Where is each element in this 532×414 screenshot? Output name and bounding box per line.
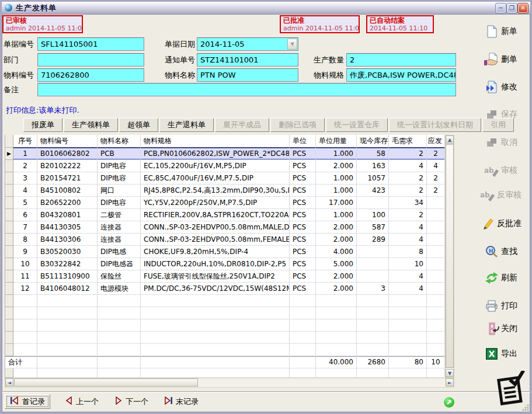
- cell-spec: RECTIFIER,200V,8A,STPR1620CT,TO220AB: [141, 209, 290, 221]
- nav-button-label: 上一个: [76, 396, 99, 407]
- scroll-down-icon[interactable]: ▼: [446, 369, 454, 377]
- empty-cell: [141, 356, 290, 368]
- row-selector: [5, 258, 13, 270]
- modify-doc-button[interactable]: 修改: [471, 78, 530, 96]
- material-no-field[interactable]: 7106262800: [37, 68, 144, 82]
- scroll-right-icon[interactable]: ►: [446, 378, 454, 387]
- delete-doc-button[interactable]: 删单: [471, 50, 530, 69]
- prev-record-icon: [65, 396, 73, 406]
- refresh-icon: [484, 271, 499, 285]
- tab-button[interactable]: 生产退料单: [159, 118, 214, 132]
- cell-stock: [357, 270, 389, 283]
- empty-cell: [389, 344, 427, 356]
- table-row[interactable]: 4B45100802网口RJ45,8P8C,P2.54,高13.2mm,DIP9…: [5, 185, 445, 197]
- cell-name: DIP电容: [98, 160, 141, 172]
- cell-code: B0106062802: [37, 148, 98, 160]
- empty-cell: [357, 319, 389, 332]
- export-excel-icon: [484, 347, 499, 361]
- export-excel-button[interactable]: 导出: [471, 345, 530, 363]
- tab-button[interactable]: 生产领料单: [64, 118, 118, 132]
- table-row[interactable]: ▶1B0106062802PCBPCB,PN0106062802,ISW_POW…: [5, 148, 445, 160]
- table-row[interactable]: 6B04320801二极管RECTIFIER,200V,8A,STPR1620C…: [5, 209, 445, 221]
- vertical-scrollbar[interactable]: ▲ ▼: [445, 135, 454, 378]
- close-door-button[interactable]: 关闭: [471, 319, 530, 338]
- cell-unit: PCS: [290, 209, 316, 221]
- toolbar-button-label: 刷新: [501, 273, 517, 283]
- cell-unit: PCS: [290, 234, 316, 246]
- cell-gross: 4: [389, 221, 427, 234]
- vertical-scroll-thumb[interactable]: [446, 144, 454, 368]
- cell-name: DIP电容: [98, 197, 141, 209]
- tab-button[interactable]: 报废单: [23, 118, 62, 132]
- cell-spec: INDUCTOR,220uH,10%,DR0810,DIP-2,P5: [141, 258, 290, 270]
- close-button[interactable]: ✕: [518, 4, 528, 13]
- doc-date-field[interactable]: 2014-11-05 ▼: [197, 37, 298, 51]
- table-row[interactable]: 7B44130305连接器CONN.,SP-03-2EHDVP00,5.08mm…: [5, 221, 445, 234]
- next-record-button[interactable]: 下一个: [110, 394, 153, 409]
- table-row[interactable]: 9B30520030DIP电感CHOKE,UF9.8,20mH,5%,DIP-4…: [5, 246, 445, 258]
- cell-issue: [427, 246, 445, 258]
- empty-cell: [98, 307, 141, 319]
- resize-grip[interactable]: [522, 404, 529, 411]
- maximize-button[interactable]: ❐: [507, 4, 517, 13]
- table-row[interactable]: 8B44130306连接器CONN.,SP-03-2EHDVP00,5.08mm…: [5, 234, 445, 246]
- table-row[interactable]: 11B5111310900保险丝FUSE,玻璃管引线型保险丝,250V1A,DI…: [5, 270, 445, 283]
- cell-spec: RJ45,8P8C,P2.54,高13.2mm,DIP90,30u,S,D: [141, 185, 290, 197]
- toolbar-button-label: 反批准: [497, 218, 521, 229]
- empty-cell: [98, 319, 141, 332]
- remark-field[interactable]: [37, 83, 456, 96]
- cell-spec: CONN.,SP-03-2EHDVP00,5.08mm,MALE,DIP90': [141, 221, 290, 234]
- last-record-icon: [164, 396, 173, 406]
- department-field[interactable]: [37, 53, 144, 67]
- table-row[interactable]: 5B20652200DIP电容YC,Y5V,2200pF/250V,M,P7.5…: [5, 197, 445, 209]
- table-row[interactable]: 2B20102222DIP电容EC,105,2200uF/16V,M,P5,DI…: [5, 160, 445, 172]
- cell-usage: 2.000: [316, 234, 357, 246]
- cell-gross: 4: [389, 160, 427, 172]
- cell-gross: 4: [389, 270, 427, 283]
- row-selector: [5, 283, 13, 295]
- cell-gross: 4: [389, 234, 427, 246]
- unapprove-pencil-button[interactable]: 反批准: [471, 214, 530, 233]
- empty-cell: [37, 356, 98, 368]
- cell-seq: 12: [13, 283, 37, 295]
- cell-usage: 17.000: [316, 197, 357, 209]
- scroll-up-icon[interactable]: ▲: [446, 135, 454, 144]
- table-row[interactable]: 12B4106048012电源模块PM.DC/DC,36-75VDC/12VDC…: [5, 283, 445, 295]
- first-record-button[interactable]: 首记录: [5, 394, 50, 409]
- material-spec-field[interactable]: 作废,PCBA,ISW POWER,DC48\: [346, 68, 456, 82]
- notice-no-field[interactable]: STZ141101001: [197, 53, 298, 67]
- cell-spec: EC,105,2200uF/16V,M,P5,DIP: [141, 160, 290, 172]
- tab-button[interactable]: 超领单: [119, 118, 158, 132]
- cell-spec: CONN.,SP-03-2EHDVP00,5.08mm,FEMALE: [141, 234, 290, 246]
- doc-no-field[interactable]: SFL141105001: [37, 37, 144, 51]
- refresh-button[interactable]: 刷新: [471, 269, 530, 287]
- cell-seq: 11: [13, 270, 37, 283]
- minimize-button[interactable]: ─: [496, 4, 506, 13]
- new-doc-button[interactable]: 新单: [471, 22, 530, 41]
- cell-name: 保险丝: [98, 270, 141, 283]
- scroll-left-icon[interactable]: ◄: [5, 378, 13, 387]
- horizontal-scroll-thumb[interactable]: [14, 378, 198, 387]
- table-row[interactable]: 10B30322842DIP电感器INDUCTOR,220uH,10%,DR08…: [5, 258, 445, 270]
- unaudit-icon: ab: [479, 188, 495, 202]
- total-row: 合计40.00026808010: [5, 356, 445, 368]
- column-header: 物料规格: [141, 135, 290, 148]
- last-record-button[interactable]: 末记录: [159, 394, 203, 409]
- cell-stock: 163: [357, 160, 389, 172]
- empty-cell: [13, 368, 37, 378]
- empty-cell: [290, 295, 316, 307]
- tab-button-row: 报废单生产领料单超领单生产退料单展开半成品删除已选项统一设置仓库统一设置计划发料…: [23, 118, 514, 132]
- search-button[interactable]: H查找: [471, 242, 530, 261]
- row-selector-header: [5, 135, 13, 148]
- toolbar-button-label: 保存: [501, 109, 517, 120]
- audit-icon: ab: [484, 163, 499, 178]
- horizontal-scrollbar[interactable]: ◄ ►: [5, 378, 454, 388]
- cell-stock: 587: [357, 221, 389, 234]
- chevron-down-icon[interactable]: ▼: [287, 39, 297, 50]
- print-button[interactable]: 打印: [471, 297, 530, 315]
- table-row[interactable]: 3B20154721DIP电容EC,85C,4700uF/16V,M,P7.5,…: [5, 172, 445, 185]
- material-name-field[interactable]: PTN POW: [197, 68, 298, 82]
- cell-usage: 2.000: [316, 221, 357, 234]
- prev-record-button[interactable]: 上一个: [60, 394, 103, 409]
- prod-qty-field[interactable]: 2: [346, 53, 456, 67]
